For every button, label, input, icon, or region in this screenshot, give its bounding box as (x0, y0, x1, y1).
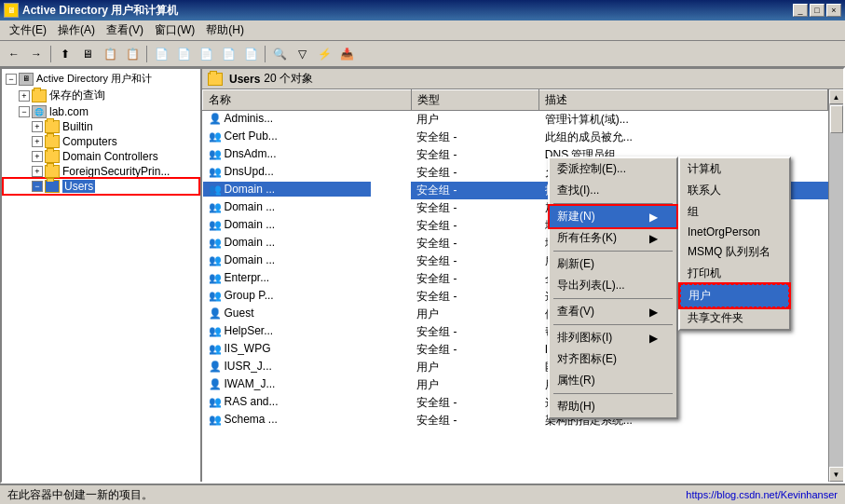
col-name[interactable]: 名称 (203, 90, 412, 111)
ctx-all-tasks[interactable]: 所有任务(K) ▶ (550, 227, 676, 249)
ctx-properties[interactable]: 属性(R) (550, 370, 676, 391)
menu-view[interactable]: 查看(V) (101, 20, 149, 40)
cell-name: 👥 RAS and... (203, 394, 371, 409)
ctx-refresh[interactable]: 刷新(E) (550, 253, 676, 275)
ctx-delegate[interactable]: 委派控制(E)... (550, 158, 676, 180)
submenu-printer[interactable]: 打印机 (680, 263, 789, 284)
row-name: Domain ... (225, 236, 276, 249)
ctx-find[interactable]: 查找(I)... (550, 180, 676, 201)
tb-icon6[interactable]: 📄 (196, 44, 216, 64)
domain-icon: 🌐 (32, 105, 47, 118)
tb-icon1[interactable]: 🖥 (77, 44, 98, 64)
scroll-thumb[interactable] (830, 105, 843, 133)
tb-icon8[interactable]: 📄 (240, 44, 261, 64)
tree-dc[interactable]: + Domain Controllers (4, 149, 198, 164)
tb-icon7[interactable]: 📄 (218, 44, 239, 64)
cell-name: 👤 Guest (203, 306, 371, 320)
submenu-inetorgperson[interactable]: InetOrgPerson (680, 223, 789, 241)
tree-builtin-label: Builtin (62, 120, 93, 133)
cell-name: 👥 Domain ... (203, 217, 371, 232)
tb-back[interactable]: ← (4, 44, 24, 64)
cell-type: 安全组 - (411, 164, 539, 182)
tree-users[interactable]: − Users (4, 179, 198, 194)
table-row[interactable]: 👥 Schema ... 安全组 - 架构的指定系统... (203, 412, 828, 429)
scroll-up-btn[interactable]: ▲ (829, 89, 844, 104)
row-name: Adminis... (225, 112, 274, 125)
submenu-contact[interactable]: 联系人 (680, 180, 789, 201)
tb-icon4[interactable]: 📄 (151, 44, 171, 64)
tb-icon2[interactable]: 📋 (100, 44, 120, 64)
tree-dc-label: Domain Controllers (62, 150, 158, 163)
ctx-help[interactable]: 帮助(H) (550, 396, 676, 417)
ctx-export[interactable]: 导出列表(L)... (550, 275, 676, 296)
computers-icon (45, 135, 60, 148)
expand-saved[interactable]: + (19, 90, 30, 102)
ctx-view[interactable]: 查看(V) ▶ (550, 301, 676, 322)
table-row[interactable]: 👤 Adminis... 用户 管理计算机(域)... (203, 111, 828, 129)
scroll-down-btn[interactable]: ▼ (829, 467, 844, 482)
window-controls: _ □ × (793, 4, 841, 17)
expand-computers[interactable]: + (32, 136, 43, 147)
tb-icon10[interactable]: 📥 (336, 44, 357, 64)
expand-foreign[interactable]: + (32, 166, 43, 177)
row-name: DnsUpd... (225, 165, 274, 178)
expand-users[interactable]: − (32, 181, 43, 192)
submenu-computer[interactable]: 计算机 (680, 158, 789, 180)
ctx-arrange[interactable]: 排列图标(I) ▶ (550, 327, 676, 348)
row-name: IWAM_J... (225, 377, 276, 390)
tb-icon9[interactable]: ⚡ (314, 44, 334, 64)
table-row[interactable]: 👥 RAS and... 安全组 - 这个组中的所有服务... (203, 394, 828, 412)
submenu-shared-folder[interactable]: 共享文件夹 (680, 307, 789, 329)
tb-up[interactable]: ⬆ (55, 44, 75, 64)
tree-saved-queries[interactable]: + 保存的查询 (4, 87, 198, 104)
cell-type: 安全组 - (411, 323, 539, 341)
tb-icon3[interactable]: 📋 (122, 44, 143, 64)
tree-labcom[interactable]: − 🌐 lab.com (4, 104, 198, 119)
panel-header: Users 20 个对象 (202, 69, 843, 89)
submenu-new: 计算机 联系人 组 InetOrgPerson MSMQ 队列别名 打印机 用户… (678, 157, 791, 331)
expand-dc[interactable]: + (32, 151, 43, 162)
tree-root[interactable]: − 🖥 Active Directory 用户和计 (4, 71, 198, 87)
minimize-button[interactable]: _ (793, 4, 808, 17)
restore-button[interactable]: □ (810, 4, 825, 17)
tb-filter[interactable]: ▽ (292, 44, 312, 64)
expand-builtin[interactable]: + (32, 121, 43, 132)
submenu-group[interactable]: 组 (680, 201, 789, 223)
row-icon: 👤 (209, 307, 222, 320)
ctx-new-arrow: ▶ (649, 211, 658, 224)
expand-labcom[interactable]: − (19, 106, 30, 117)
table-row[interactable]: 👥 Cert Pub... 安全组 - 此组的成员被允... (203, 129, 828, 146)
ctx-new[interactable]: 新建(N) ▶ (550, 206, 676, 227)
expand-root[interactable]: − (6, 74, 17, 85)
submenu-user[interactable]: 用户 (680, 284, 789, 307)
row-name: Group P... (225, 289, 274, 302)
ctx-align[interactable]: 对齐图标(E) (550, 348, 676, 370)
users-icon (45, 180, 60, 193)
tb-search[interactable]: 🔍 (269, 44, 290, 64)
scroll-track (829, 104, 844, 467)
tb-forward[interactable]: → (26, 44, 47, 64)
table-row[interactable]: 👤 IWAM_J... 用户 用于启动进程外... (203, 376, 828, 394)
row-name: Cert Pub... (225, 129, 278, 143)
tree-foreign[interactable]: + ForeignSecurityPrin... (4, 164, 198, 179)
tree-computers[interactable]: + Computers (4, 134, 198, 149)
menu-window[interactable]: 窗口(W) (149, 20, 200, 40)
ctx-sep3 (553, 298, 673, 299)
menu-action[interactable]: 操作(A) (52, 20, 101, 40)
close-button[interactable]: × (826, 4, 841, 17)
menu-file[interactable]: 文件(E) (4, 20, 52, 40)
submenu-msmq[interactable]: MSMQ 队列别名 (680, 241, 789, 263)
cell-name: 👤 IUSR_J... (203, 359, 371, 374)
cell-name: 👥 IIS_WPG (203, 341, 371, 356)
table-row[interactable]: 👤 IUSR_J... 用户 匿名访问 Interne... (203, 359, 828, 376)
scrollbar[interactable]: ▲ ▼ (828, 89, 843, 482)
row-icon: 👥 (209, 414, 222, 426)
row-name: HelpSer... (225, 324, 274, 337)
tb-sep3 (265, 46, 266, 62)
menu-help[interactable]: 帮助(H) (200, 20, 250, 40)
tree-builtin[interactable]: + Builtin (4, 119, 198, 134)
col-desc[interactable]: 描述 (539, 90, 828, 111)
col-type[interactable]: 类型 (411, 90, 539, 111)
tb-icon5[interactable]: 📄 (173, 44, 194, 64)
table-row[interactable]: 👥 IIS_WPG 安全组 - IIS 工作进程组 (203, 341, 828, 359)
